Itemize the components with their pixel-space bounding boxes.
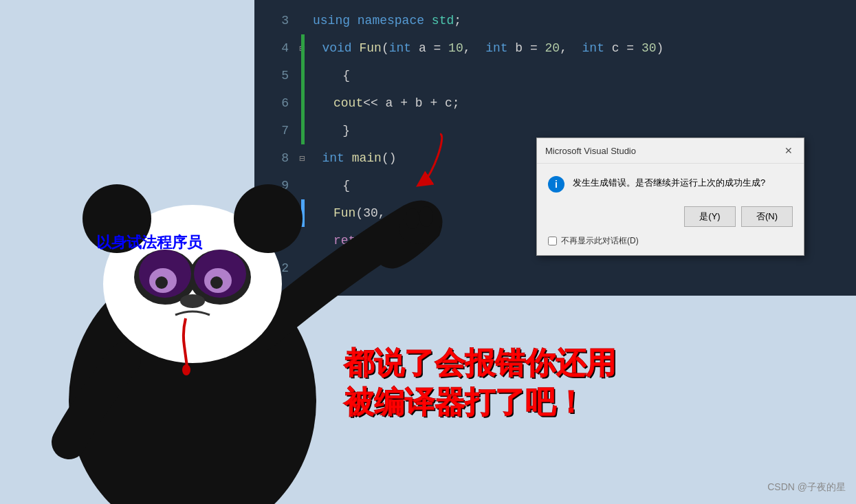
no-button[interactable]: 否(N) (741, 206, 793, 227)
svg-point-13 (180, 294, 205, 308)
humor-text: 都说了会报错你还用 被编译器打了吧！ (344, 343, 616, 421)
dialog-message: 发生生成错误。是否继续并运行上次的成功生成? (573, 176, 765, 190)
svg-point-15 (399, 214, 440, 244)
humor-text-line2: 被编译器打了吧！ (344, 382, 616, 421)
svg-point-11 (155, 276, 168, 289)
red-arrow-indicator (385, 120, 468, 196)
dialog-body: i 发生生成错误。是否继续并运行上次的成功生成? 是(Y) 否(N) 不再显示此… (537, 164, 804, 255)
dialog-buttons: 是(Y) 否(N) (548, 206, 793, 227)
dialog-close-button[interactable]: ✕ (782, 144, 795, 157)
dialog-message-row: i 发生生成错误。是否继续并运行上次的成功生成? (548, 176, 793, 193)
watermark: CSDN @子夜的星 (767, 481, 846, 494)
svg-point-10 (194, 250, 246, 298)
dialog-titlebar: Microsoft Visual Studio ✕ (537, 138, 804, 164)
code-line-4: 4 ⊟ void Fun(int a = 10, int b = 20, int… (261, 34, 856, 62)
code-line-3: 3 using namespace std; (261, 7, 856, 34)
checkbox-row: 不再显示此对话框(D) (548, 235, 793, 247)
svg-point-12 (210, 276, 223, 289)
dont-show-checkbox[interactable] (548, 237, 557, 245)
checkbox-label[interactable]: 不再显示此对话框(D) (561, 235, 639, 247)
svg-point-14 (182, 364, 190, 375)
line-number: 4 (268, 41, 289, 55)
dialog-title: Microsoft Visual Studio (545, 146, 636, 156)
svg-point-17 (419, 206, 433, 227)
humor-text-line1: 都说了会报错你还用 (344, 343, 616, 382)
yes-button[interactable]: 是(Y) (684, 206, 736, 227)
vs-dialog: Microsoft Visual Studio ✕ i 发生生成错误。是否继续并… (536, 138, 804, 256)
panda-text-label: 以身试法程序员 (96, 232, 202, 253)
code-content: void Fun(int a = 10, int b = 20, int c =… (308, 41, 663, 55)
line-number: 3 (268, 14, 289, 28)
svg-point-16 (406, 208, 419, 229)
code-content: using namespace std; (299, 14, 461, 28)
svg-point-9 (139, 250, 191, 298)
svg-point-4 (234, 184, 303, 253)
green-indicator (301, 34, 305, 62)
info-icon: i (548, 176, 564, 193)
